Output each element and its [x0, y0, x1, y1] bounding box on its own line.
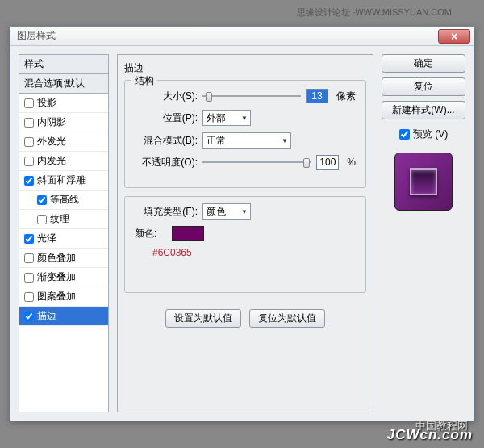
- blendmode-select[interactable]: 正常: [202, 132, 291, 149]
- structure-legend: 结构: [131, 74, 157, 88]
- style-checkbox[interactable]: [24, 176, 34, 186]
- layer-style-dialog: 图层样式 × 样式 混合选项:默认 投影内阴影外发光内发光斜面和浮雕等高线纹理光…: [10, 26, 474, 421]
- newstyle-button[interactable]: 新建样式(W)...: [382, 101, 465, 119]
- opacity-unit: %: [347, 157, 356, 168]
- style-label: 等高线: [50, 193, 79, 207]
- opacity-label: 不透明度(O):: [135, 156, 198, 170]
- style-label: 描边: [37, 309, 56, 323]
- close-button[interactable]: ×: [438, 29, 470, 44]
- preview-checkbox[interactable]: [399, 129, 410, 140]
- style-item-8[interactable]: 颜色叠加: [19, 249, 108, 268]
- style-item-3[interactable]: 内发光: [19, 152, 108, 171]
- style-item-2[interactable]: 外发光: [19, 132, 108, 152]
- size-slider[interactable]: [202, 90, 301, 103]
- blendmode-label: 混合模式(B):: [135, 134, 198, 148]
- color-label: 颜色:: [135, 227, 167, 241]
- opacity-slider[interactable]: [202, 156, 311, 169]
- styles-header: 样式: [19, 55, 108, 74]
- style-checkbox[interactable]: [24, 118, 34, 128]
- style-checkbox[interactable]: [24, 292, 34, 302]
- style-checkbox[interactable]: [37, 215, 47, 224]
- style-item-6[interactable]: 纹理: [19, 210, 108, 229]
- position-select[interactable]: 外部: [202, 110, 251, 126]
- style-label: 图案叠加: [37, 290, 76, 304]
- settings-panel: 描边 结构 大小(S): 像素 位置(P): 外部 混合模式(B): 正常: [117, 54, 373, 412]
- dialog-title: 图层样式: [14, 29, 56, 43]
- fill-fieldset: 填充类型(F): 颜色 颜色: #6C0365: [124, 196, 366, 293]
- style-checkbox[interactable]: [24, 98, 34, 108]
- cancel-button[interactable]: 复位: [382, 77, 465, 96]
- preview-checkbox-row[interactable]: 预览 (V): [382, 128, 465, 141]
- structure-fieldset: 结构 大小(S): 像素 位置(P): 外部 混合模式(B): 正常 不透明度(…: [124, 80, 366, 188]
- set-default-button[interactable]: 设置为默认值: [165, 309, 241, 328]
- style-label: 光泽: [37, 232, 56, 245]
- blend-options-item[interactable]: 混合选项:默认: [19, 74, 108, 94]
- filltype-select[interactable]: 颜色: [202, 203, 251, 220]
- preview-thumbnail: [394, 153, 453, 211]
- style-item-7[interactable]: 光泽: [19, 229, 108, 249]
- preview-label: 预览 (V): [413, 128, 448, 141]
- size-label: 大小(S):: [135, 90, 198, 103]
- color-swatch[interactable]: [172, 226, 204, 241]
- reset-default-button[interactable]: 复位为默认值: [249, 309, 325, 328]
- style-item-9[interactable]: 渐变叠加: [19, 268, 108, 287]
- style-item-10[interactable]: 图案叠加: [19, 287, 108, 307]
- style-checkbox[interactable]: [24, 234, 34, 244]
- style-checkbox[interactable]: [24, 273, 34, 283]
- style-label: 渐变叠加: [37, 270, 76, 284]
- size-unit: 像素: [336, 90, 356, 103]
- style-label: 纹理: [50, 212, 69, 226]
- style-label: 外发光: [37, 135, 66, 149]
- style-label: 颜色叠加: [37, 251, 76, 265]
- position-label: 位置(P):: [135, 111, 198, 125]
- panel-title: 描边: [124, 61, 366, 75]
- style-checkbox[interactable]: [24, 312, 34, 321]
- color-hex: #6C0365: [152, 247, 356, 258]
- style-checkbox[interactable]: [24, 253, 34, 263]
- style-label: 斜面和浮雕: [37, 174, 86, 187]
- watermark: JCWcn.com: [387, 427, 473, 443]
- style-checkbox[interactable]: [37, 195, 47, 205]
- titlebar: 图层样式 ×: [10, 27, 474, 46]
- opacity-input[interactable]: [316, 155, 339, 170]
- action-panel: 确定 复位 新建样式(W)... 预览 (V): [382, 54, 465, 412]
- header-attribution: 思缘设计论坛 ·WWW.MISSYUAN.COM: [297, 6, 452, 19]
- style-item-4[interactable]: 斜面和浮雕: [19, 171, 108, 191]
- style-item-11[interactable]: 描边: [19, 307, 108, 326]
- ok-button[interactable]: 确定: [382, 54, 465, 73]
- style-label: 内发光: [37, 154, 66, 168]
- styles-list: 样式 混合选项:默认 投影内阴影外发光内发光斜面和浮雕等高线纹理光泽颜色叠加渐变…: [19, 54, 109, 412]
- style-item-5[interactable]: 等高线: [19, 191, 108, 210]
- style-checkbox[interactable]: [24, 157, 34, 166]
- filltype-label: 填充类型(F):: [135, 205, 198, 219]
- style-label: 内阴影: [37, 115, 66, 129]
- style-checkbox[interactable]: [24, 137, 34, 147]
- style-item-1[interactable]: 内阴影: [19, 113, 108, 132]
- size-input[interactable]: [306, 89, 328, 103]
- style-item-0[interactable]: 投影: [19, 94, 108, 113]
- style-label: 投影: [37, 96, 56, 110]
